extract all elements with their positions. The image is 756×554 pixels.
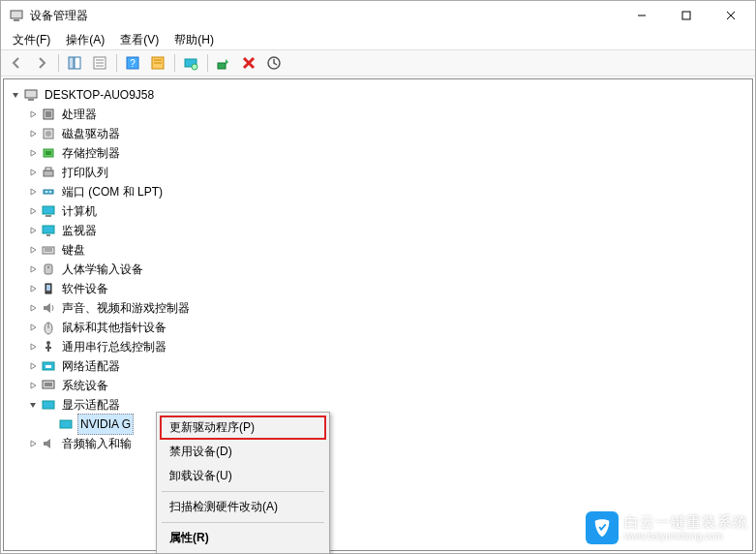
chevron-right-icon[interactable] — [25, 358, 41, 374]
watermark-text: 白云一键重装系统 www.baiyunxitong.com — [624, 514, 748, 541]
menu-file[interactable]: 文件(F) — [5, 30, 58, 50]
tree-category[interactable]: 系统设备 — [8, 376, 748, 395]
tree-category[interactable]: 通用串行总线控制器 — [8, 337, 748, 356]
tree-device-nvidia[interactable]: NVIDIA G — [8, 415, 748, 434]
svg-rect-19 — [218, 63, 226, 69]
help-button[interactable]: ? — [121, 51, 144, 75]
chevron-right-icon[interactable] — [25, 184, 41, 200]
computer-icon — [41, 203, 56, 219]
svg-point-34 — [45, 191, 47, 193]
chevron-right-icon[interactable] — [25, 165, 41, 180]
titlebar: 设备管理器 — [1, 1, 755, 30]
svg-rect-7 — [75, 57, 80, 69]
svg-text:?: ? — [130, 58, 136, 69]
update-driver-button[interactable] — [212, 51, 235, 75]
device-manager-window: 设备管理器 文件(F) 操作(A) 查看(V) 帮助(H) ? — [0, 0, 756, 554]
app-icon — [9, 8, 24, 23]
back-button[interactable] — [5, 51, 28, 75]
tree-category[interactable]: 人体学输入设备 — [8, 260, 748, 279]
category-label: 显示适配器 — [60, 395, 122, 415]
chevron-right-icon[interactable] — [25, 320, 41, 335]
tree-category[interactable]: 键盘 — [8, 240, 748, 260]
tree-category[interactable]: 磁盘驱动器 — [8, 124, 748, 143]
ctx-properties[interactable]: 属性(R) — [160, 526, 326, 550]
watermark-logo-icon — [586, 511, 619, 544]
chevron-right-icon[interactable] — [25, 145, 41, 161]
chevron-down-icon[interactable] — [8, 87, 23, 103]
ctx-scan-hardware[interactable]: 扫描检测硬件改动(A) — [160, 495, 326, 519]
toolbar-separator — [204, 51, 210, 75]
properties-button[interactable] — [146, 51, 169, 75]
chevron-right-icon[interactable] — [25, 223, 41, 238]
menu-help[interactable]: 帮助(H) — [166, 30, 222, 50]
tree-category[interactable]: 计算机 — [8, 201, 748, 221]
cpu-icon — [41, 107, 56, 122]
ctx-uninstall-device[interactable]: 卸载设备(U) — [160, 464, 326, 488]
tree-category[interactable]: 鼠标和其他指针设备 — [8, 318, 748, 337]
chevron-right-icon[interactable] — [25, 107, 41, 122]
ctx-separator — [162, 491, 324, 492]
chevron-right-icon[interactable] — [25, 126, 41, 141]
chevron-down-icon[interactable] — [25, 397, 41, 413]
display-adapter-icon — [41, 397, 56, 413]
uninstall-button[interactable] — [237, 51, 260, 75]
tree-category[interactable]: 网络适配器 — [8, 356, 748, 376]
chevron-right-icon[interactable] — [25, 339, 41, 354]
tree-category[interactable]: 打印队列 — [8, 163, 748, 182]
tree-category[interactable]: 软件设备 — [8, 279, 748, 298]
audio-icon — [41, 436, 56, 451]
tree-category[interactable]: 监视器 — [8, 221, 748, 240]
category-label: 打印队列 — [60, 163, 110, 182]
svg-rect-43 — [45, 264, 52, 274]
svg-rect-6 — [69, 57, 74, 69]
tree-category[interactable]: 声音、视频和游戏控制器 — [8, 298, 748, 318]
svg-rect-30 — [45, 151, 51, 155]
category-label: 监视器 — [60, 221, 99, 240]
storage-icon — [41, 145, 56, 161]
chevron-right-icon[interactable] — [25, 436, 41, 451]
chevron-right-icon[interactable] — [25, 262, 41, 277]
property-button[interactable] — [88, 51, 111, 75]
chevron-right-icon[interactable] — [25, 378, 41, 393]
category-label: 键盘 — [60, 240, 87, 260]
tree-category[interactable]: 处理器 — [8, 105, 748, 124]
category-label: 软件设备 — [60, 279, 110, 298]
svg-rect-53 — [45, 365, 51, 368]
tree-category[interactable]: 端口 (COM 和 LPT) — [8, 182, 748, 201]
close-button[interactable] — [709, 1, 753, 30]
svg-point-28 — [45, 131, 51, 137]
toolbar-separator — [55, 51, 61, 75]
tree-category-display-adapters[interactable]: 显示适配器 — [8, 395, 748, 415]
view-mode-button[interactable] — [63, 51, 86, 75]
svg-rect-36 — [43, 206, 54, 214]
svg-rect-38 — [43, 226, 54, 233]
tree-category-audio-io[interactable]: 音频输入和输 — [8, 434, 748, 453]
forward-button[interactable] — [30, 51, 53, 75]
tree-category[interactable]: 存储控制器 — [8, 143, 748, 163]
minimize-button[interactable] — [620, 1, 664, 30]
svg-point-18 — [192, 64, 197, 70]
watermark-brand: 白云一键重装系统 — [624, 514, 748, 531]
chevron-right-icon[interactable] — [25, 203, 41, 219]
scan-hardware-button[interactable] — [179, 51, 202, 75]
maximize-button[interactable] — [664, 1, 709, 30]
svg-rect-46 — [46, 285, 50, 291]
chevron-right-icon[interactable] — [25, 281, 41, 296]
svg-rect-57 — [60, 420, 72, 428]
menubar: 文件(F) 操作(A) 查看(V) 帮助(H) — [1, 30, 755, 49]
chevron-right-icon[interactable] — [25, 242, 41, 258]
chevron-right-icon[interactable] — [25, 300, 41, 316]
ctx-update-driver[interactable]: 更新驱动程序(P) — [160, 416, 326, 440]
svg-point-44 — [47, 266, 49, 268]
svg-rect-32 — [45, 168, 51, 170]
menu-view[interactable]: 查看(V) — [112, 30, 166, 50]
chevron-spacer — [43, 416, 58, 432]
svg-rect-55 — [45, 383, 52, 386]
monitor-icon — [41, 223, 56, 238]
category-label: 端口 (COM 和 LPT) — [60, 182, 165, 201]
disable-button[interactable] — [262, 51, 286, 75]
device-tree-panel: DESKTOP-AUO9J58 处理器磁盘驱动器存储控制器打印队列端口 (COM… — [3, 78, 753, 551]
tree-root[interactable]: DESKTOP-AUO9J58 — [8, 85, 748, 105]
ctx-disable-device[interactable]: 禁用设备(D) — [160, 440, 326, 464]
menu-action[interactable]: 操作(A) — [58, 30, 112, 50]
